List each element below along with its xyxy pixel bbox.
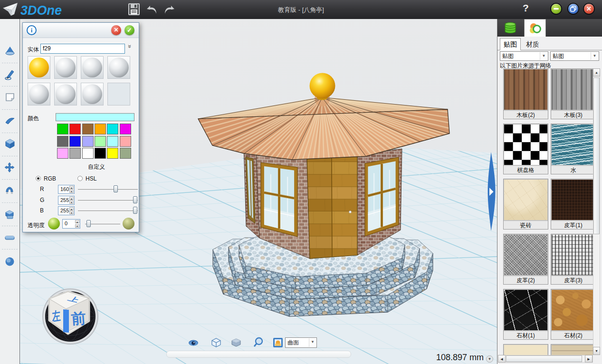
svg-text:左: 左: [51, 308, 61, 324]
svg-text:前: 前: [71, 310, 86, 327]
